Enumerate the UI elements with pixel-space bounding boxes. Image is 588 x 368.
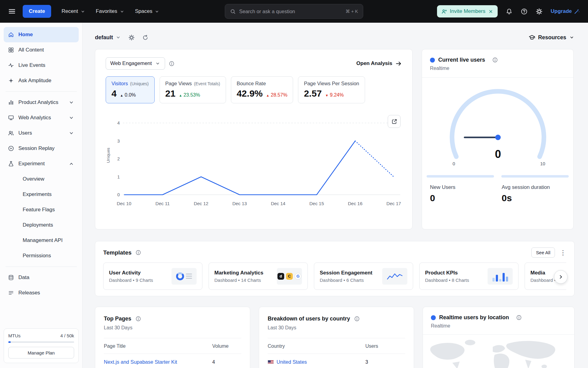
sidebar-item-deployments[interactable]: Deployments <box>4 217 79 233</box>
templates-title: Templates <box>103 249 132 256</box>
info-icon[interactable] <box>135 316 141 322</box>
sidebar-item-ask-amplitude[interactable]: Ask Amplitude <box>4 73 79 88</box>
resources-label: Resources <box>538 34 566 41</box>
chevron-down-icon <box>68 99 74 105</box>
decorative-bar <box>427 175 494 178</box>
metric-value: 2.57 <box>304 88 322 99</box>
chevron-down-icon <box>80 9 85 14</box>
sidebar-item-feature-flags[interactable]: Feature Flags <box>4 202 79 217</box>
metric-title: Bounce Rate <box>237 81 266 86</box>
resources-menu[interactable]: Resources <box>529 34 575 41</box>
template-title: User Activity <box>109 270 172 276</box>
sidebar-item-web-analytics[interactable]: Web Analytics <box>4 110 79 125</box>
notifications-bell-icon[interactable] <box>506 8 513 15</box>
recent-menu[interactable]: Recent <box>62 8 85 14</box>
monitor-icon <box>8 115 14 121</box>
page-title-link[interactable]: Next.js and Supabase Starter Kit <box>104 359 177 365</box>
export-chart-button[interactable] <box>388 115 401 128</box>
sidebar-item-label: Users <box>18 130 32 136</box>
info-icon[interactable] <box>354 316 360 322</box>
table-header-row: Page Title Volume <box>104 338 241 354</box>
metric-card-bounce-rate[interactable]: Bounce Rate 42.9% ▲ 28.57% <box>231 76 293 103</box>
sidebar-item-experiment[interactable]: Experiment <box>4 156 79 171</box>
sidebar-item-home[interactable]: Home <box>4 27 79 42</box>
sidebar-item-session-replay[interactable]: Session Replay <box>4 141 79 156</box>
column-header-country: Country <box>268 343 365 349</box>
sidebar-item-label: All Content <box>18 47 44 53</box>
chevron-right-icon <box>558 274 564 280</box>
bar-chart-icon <box>8 99 14 105</box>
open-analysis-label: Open Analysis <box>356 60 392 67</box>
web-engagement-selector[interactable]: Web Engagement <box>106 57 165 70</box>
metric-value: 21 <box>165 88 175 99</box>
list-icon <box>8 290 14 296</box>
sidebar-item-permissions[interactable]: Permissions <box>4 248 79 263</box>
country-breakdown-title: Breakdown of users by country <box>268 316 350 322</box>
line-chart-canvas: 01234Dec 10Dec 11Dec 12Dec 13Dec 14Dec 1… <box>106 117 402 209</box>
sidebar-item-management-api[interactable]: Management API <box>4 233 79 248</box>
stat-label: Avg session duration <box>502 184 573 190</box>
country-link[interactable]: United States <box>277 359 307 365</box>
realtime-location-subtitle: Realtime <box>431 323 566 329</box>
sidebar-item-users[interactable]: Users <box>4 125 79 141</box>
help-icon[interactable] <box>521 8 528 15</box>
refresh-icon[interactable] <box>142 34 149 41</box>
list-icon <box>186 272 192 280</box>
realtime-location-title: Realtime users by location <box>439 314 509 321</box>
svg-text:Dec 11: Dec 11 <box>156 201 170 206</box>
decorative-bar <box>501 175 569 178</box>
users-icon <box>8 130 14 136</box>
settings-gear-icon[interactable] <box>536 8 543 15</box>
stat-value: 0s <box>502 193 573 203</box>
sidebar-item-live-events[interactable]: Live Events <box>4 58 79 73</box>
metric-subtitle: (Uniques) <box>130 81 149 86</box>
realtime-location-card: Realtime users by location Realtime <box>423 307 575 368</box>
column-header-page-title: Page Title <box>104 343 212 349</box>
template-meta: Dashboard • 14 Charts <box>214 278 277 283</box>
graduation-cap-icon <box>529 34 535 41</box>
spaces-menu[interactable]: Spaces <box>135 8 160 14</box>
info-icon[interactable] <box>492 57 498 63</box>
sidebar-item-all-content[interactable]: All Content <box>4 42 79 58</box>
manage-plan-button[interactable]: Manage Plan <box>8 347 74 358</box>
metric-card-visitors[interactable]: Visitors (Uniques) 4 ▲ 0.0% <box>106 76 155 103</box>
create-button[interactable]: Create <box>23 5 51 18</box>
open-analysis-link[interactable]: Open Analysis <box>356 60 402 67</box>
sidebar-item-releases[interactable]: Releases <box>4 285 79 301</box>
user-plus-icon <box>441 9 447 14</box>
hamburger-menu-icon[interactable] <box>8 7 16 15</box>
google-logo-icon: G <box>295 273 301 280</box>
mtus-label: MTUs <box>8 333 21 338</box>
template-card-marketing-analytics[interactable]: Marketing Analytics Dashboard • 14 Chart… <box>209 263 308 290</box>
workspace-selector[interactable]: default <box>95 34 121 41</box>
sidebar-item-experiments[interactable]: Experiments <box>4 187 79 202</box>
template-title: Product KPIs <box>425 270 488 276</box>
live-indicator-dot <box>430 58 435 63</box>
info-icon[interactable] <box>169 61 175 67</box>
invite-members-button[interactable]: Invite Members <box>437 5 498 17</box>
template-card-user-activity[interactable]: User Activity Dashboard • 9 Charts <box>103 263 202 290</box>
favorites-menu[interactable]: Favorites <box>96 8 125 14</box>
info-icon[interactable] <box>135 250 141 255</box>
dashboard-settings-gear-icon[interactable] <box>128 34 135 41</box>
sparkline-icon <box>387 272 403 280</box>
upgrade-button[interactable]: Upgrade <box>551 8 580 14</box>
sidebar-item-label: Releases <box>18 290 40 296</box>
sidebar-item-data[interactable]: Data <box>4 270 79 285</box>
template-card-session-engagement[interactable]: Session Engagement Dashboard • 6 Charts <box>314 263 413 290</box>
dismiss-invite-icon[interactable] <box>488 9 493 14</box>
sidebar-item-label: Web Analytics <box>18 115 51 121</box>
info-icon[interactable] <box>516 315 522 320</box>
template-card-product-kpis[interactable]: Product KPIs Dashboard • 8 Charts <box>419 263 518 290</box>
page-volume-value: 4 <box>212 359 241 365</box>
see-all-button[interactable]: See All <box>531 247 555 258</box>
metric-card-page-views-per-session[interactable]: Page Views Per Session 2.57 ▼ 9.24% <box>298 76 365 103</box>
sidebar-item-product-analytics[interactable]: Product Analytics <box>4 95 79 110</box>
global-search[interactable]: ⌘ + K <box>225 4 363 19</box>
metric-card-page-views[interactable]: Page Views (Event Totals) 21 ▲ 23.53% <box>160 76 226 103</box>
search-input[interactable] <box>239 9 342 14</box>
templates-next-button[interactable] <box>554 270 567 284</box>
sidebar-item-overview[interactable]: Overview <box>4 171 79 187</box>
kebab-menu-icon[interactable]: ⋮ <box>560 249 566 256</box>
country-breakdown-range: Last 30 Days <box>268 325 405 331</box>
